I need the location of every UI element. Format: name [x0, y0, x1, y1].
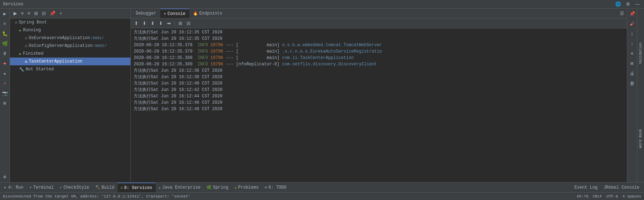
gear2-icon[interactable]: ⚙ — [1, 173, 9, 181]
toolbar-sep1 — [175, 21, 175, 26]
tree-item-os-config[interactable]: ⚙ OsConfigServerApplication :8002/ — [10, 42, 130, 50]
scroll-down-btn[interactable]: ⬇ — [141, 20, 148, 27]
tree-item-running[interactable]: ▶ Running — [10, 26, 130, 34]
menu-btn[interactable]: ☰ — [618, 10, 626, 17]
run-btn[interactable]: ▶ — [12, 10, 18, 17]
bottom-tab-checkstyle[interactable]: ✓ CheckStyle — [57, 183, 92, 192]
log-line: 方法执行Sat Jun 20 16:12:38 CST 2020 — [134, 74, 624, 80]
title-bar-right: 🌐 ⚙ — — [614, 1, 641, 7]
log-line: 方法执行Sat Jun 20 16:12:48 CST 2020 — [134, 106, 624, 112]
console-tab-icon: ▪ — [164, 12, 166, 16]
right-delete-icon[interactable]: 🗑 — [628, 80, 636, 87]
tab-debugger[interactable]: Debugger — [132, 9, 160, 18]
log-line: 方法执行Sat Jun 20 16:12:35 CST 2020 — [134, 36, 624, 42]
validation-label[interactable]: Validation — [638, 41, 643, 65]
finished-label: Finished — [23, 51, 44, 56]
title-text: Services — [3, 2, 23, 7]
right-sort-icon[interactable]: ↕ — [628, 30, 636, 38]
grid-icon[interactable]: ⊞ — [1, 99, 9, 107]
right-table-icon[interactable]: ⊞ — [628, 60, 636, 67]
eureka-port: :8001/ — [90, 36, 104, 40]
title-bar: Services 🌐 ⚙ — — [0, 0, 644, 9]
pause-icon[interactable]: ⏸ — [1, 50, 9, 58]
wrap-btn[interactable]: ⊞ — [177, 20, 184, 27]
right-down-icon[interactable]: ↓ — [628, 40, 636, 48]
run-icon[interactable]: ▶ — [1, 10, 9, 18]
right-brush-icon[interactable]: 🖌 — [628, 20, 636, 28]
status-message: Disconnected from the target VM, address… — [3, 194, 190, 199]
terminal-tab-icon: ▪ — [29, 185, 32, 190]
bottom-tab-java-enterprise[interactable]: ☕ Java Enterprise — [156, 183, 204, 192]
scroll-down3-btn[interactable]: ⬇ — [157, 20, 164, 27]
lightning-icon[interactable]: ⚡ — [1, 80, 9, 87]
tree-item-not-started[interactable]: 🔧 Not Started — [10, 65, 130, 73]
right-pin-icon[interactable]: 📌 — [628, 10, 636, 18]
star-icon[interactable]: ★ — [1, 70, 9, 77]
word-book-label[interactable]: Word Book — [638, 128, 643, 150]
pin-btn[interactable]: 📌 — [48, 10, 57, 17]
right-print-icon[interactable]: 🖨 — [628, 70, 636, 77]
services-panel: ▶ ≡ ≡ ⊞ ⊟ 📌 + ⚙ Spring Boot ▶ Running — [10, 9, 131, 182]
camera-icon[interactable]: 📷 — [1, 90, 9, 97]
tab-console[interactable]: ▪ Console — [160, 9, 189, 18]
console-panel: Debugger ▪ Console 🔥 Endpoints ☰ ⬆ ⬇ ⬇ ⬇ — [131, 9, 627, 182]
build-tab-icon: 🔨 — [95, 185, 100, 190]
scroll-down2-btn[interactable]: ⬇ — [149, 20, 156, 27]
status-crlf[interactable]: CRLF — [593, 194, 602, 199]
log-line: 方法执行Sat Jun 20 16:12:42 CST 2020 — [134, 87, 624, 93]
build-icon[interactable]: ⚙ — [1, 20, 9, 28]
bottom-tab-services[interactable]: ⚙ 8: Services — [118, 183, 156, 192]
tree-item-finished[interactable]: ▶ Finished — [10, 50, 130, 58]
todo-tab-label: 6: TODO — [268, 185, 286, 190]
log-line: 2020-06-20 16:12:35.389 INFO 19796 --- [… — [134, 61, 624, 67]
collapse-all-btn[interactable]: ≡ — [20, 10, 25, 17]
clear-btn[interactable]: ⊟ — [185, 20, 192, 27]
eureka-app-label: OsEurekaserveApplication — [29, 36, 90, 40]
tree-item-task-center[interactable]: ⚙ TaskCenterApplication — [10, 58, 130, 65]
not-started-icon: 🔧 — [19, 67, 24, 72]
minimize-button[interactable]: — — [634, 1, 641, 7]
group-btn[interactable]: ⊞ — [33, 10, 39, 17]
console-tab-label: Console — [167, 11, 185, 16]
favorites-icon[interactable]: ❤ — [1, 60, 9, 67]
log-line: 2020-06-20 16:12:35.379 INFO 19796 --- [… — [134, 48, 624, 55]
scroll-up-btn[interactable]: ⬆ — [133, 20, 140, 27]
running-label: Running — [23, 28, 41, 33]
globe-button[interactable]: 🌐 — [614, 1, 622, 7]
config-port: :8002/ — [93, 44, 107, 48]
right-format-icon[interactable]: ≡ — [628, 50, 636, 58]
log-line: 方法执行Sat Jun 20 16:12:44 CST 2020 — [134, 93, 624, 99]
bottom-tab-jrebel[interactable]: JRebel Console — [601, 183, 643, 192]
java-enterprise-tab-icon: ☕ — [159, 185, 161, 190]
event-log-label: Event Log — [574, 185, 597, 190]
filter-btn[interactable]: ⊟ — [41, 10, 47, 17]
title-bar-left: Services — [3, 2, 23, 7]
bottom-tab-terminal[interactable]: ▪ Terminal — [27, 183, 57, 192]
services-toolbar: ▶ ≡ ≡ ⊞ ⊟ 📌 + — [10, 9, 130, 18]
status-indent[interactable]: 4 spaces — [622, 194, 641, 199]
expand-all-btn[interactable]: ≡ — [26, 10, 32, 17]
run-tab-icon: ▶ — [4, 185, 7, 190]
bottom-tab-event-log[interactable]: Event Log — [571, 183, 601, 192]
bottom-tab-run[interactable]: ▶ 4: Run — [1, 183, 27, 192]
eureka-app-icon: ⚙ — [25, 36, 27, 40]
status-charset[interactable]: UTF-8 — [606, 194, 618, 199]
tree-item-spring-boot[interactable]: ⚙ Spring Boot — [10, 18, 130, 26]
settings-button[interactable]: ⚙ — [624, 1, 632, 7]
bottom-tab-todo[interactable]: ≡ 6: TODO — [262, 183, 290, 192]
debug-icon[interactable]: 🐛 — [1, 30, 9, 38]
spring-boot-label: Spring Boot — [19, 20, 47, 25]
task-center-icon: ⚙ — [25, 59, 27, 64]
scroll-right-btn[interactable]: ➡ — [166, 20, 172, 27]
problems-tab-icon: ⚠ — [234, 185, 237, 190]
tree-item-os-eureka[interactable]: ⚙ OsEurekaserveApplication :8001/ — [10, 34, 130, 42]
bottom-tab-problems[interactable]: ⚠ Problems — [231, 183, 262, 192]
bottom-tab-spring[interactable]: 🌿 Spring — [204, 183, 231, 192]
bottom-tab-build[interactable]: 🔨 Build — [92, 183, 118, 192]
status-bar: Disconnected from the target VM, address… — [0, 192, 644, 200]
tab-endpoints[interactable]: 🔥 Endpoints — [189, 9, 226, 18]
add-btn[interactable]: + — [58, 10, 64, 17]
spring-icon[interactable]: 🌿 — [1, 40, 9, 48]
status-position[interactable]: 65:76 — [577, 194, 589, 199]
right-vertical-labels: Validation Word Book — [637, 9, 644, 182]
